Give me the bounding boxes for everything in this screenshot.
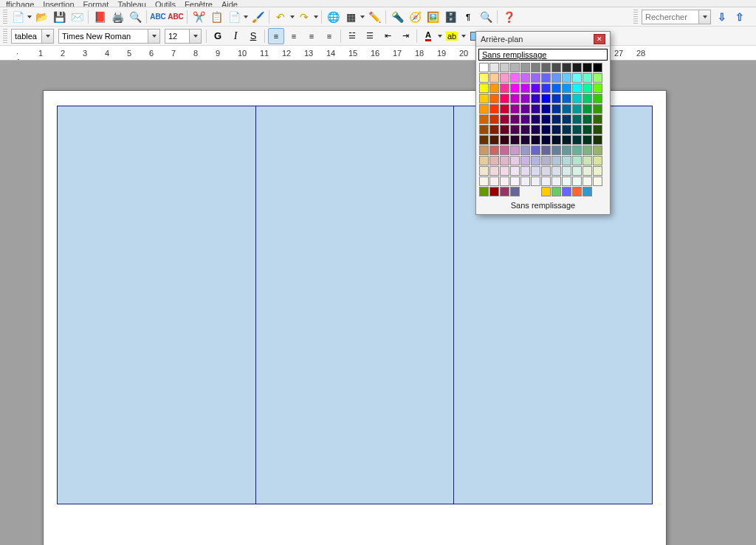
print-button[interactable]: 🖨️ <box>109 9 126 25</box>
color-swatch[interactable] <box>510 94 520 103</box>
color-swatch[interactable] <box>510 187 520 196</box>
find-button[interactable]: 🔦 <box>389 9 405 25</box>
color-swatch[interactable] <box>531 176 540 186</box>
font-color-dropdown[interactable] <box>437 28 443 44</box>
color-swatch[interactable] <box>489 63 499 72</box>
color-swatch[interactable] <box>541 166 551 176</box>
format-paint-button[interactable]: 🖌️ <box>250 9 266 25</box>
cut-button[interactable]: ✂️ <box>190 9 207 25</box>
color-swatch[interactable] <box>572 63 582 72</box>
color-swatch[interactable] <box>593 83 602 93</box>
color-swatch[interactable] <box>520 135 530 145</box>
datasource-button[interactable]: 🗄️ <box>442 9 458 25</box>
color-swatch[interactable] <box>489 145 499 155</box>
color-swatch[interactable] <box>593 135 602 145</box>
color-swatch[interactable] <box>531 83 540 93</box>
color-swatch[interactable] <box>562 73 571 83</box>
color-swatch[interactable] <box>479 94 489 103</box>
color-swatch[interactable] <box>572 83 582 93</box>
color-swatch[interactable] <box>572 114 582 124</box>
style-combo[interactable] <box>11 29 54 44</box>
color-swatch[interactable] <box>583 114 592 124</box>
new-doc-dropdown[interactable] <box>27 9 32 25</box>
color-swatch[interactable] <box>541 104 551 114</box>
table-cell[interactable] <box>255 106 454 504</box>
color-swatch[interactable] <box>572 166 582 176</box>
navigator-button[interactable]: 🧭 <box>407 9 423 25</box>
italic-button[interactable]: I <box>227 28 244 44</box>
color-swatch[interactable] <box>520 176 530 186</box>
redo-button[interactable]: ↷ <box>296 9 312 25</box>
color-swatch[interactable] <box>520 114 530 124</box>
bullet-list-button[interactable]: ☰ <box>362 28 378 44</box>
color-swatch[interactable] <box>520 94 530 103</box>
color-swatch[interactable] <box>562 187 571 196</box>
color-swatch[interactable] <box>510 145 520 155</box>
search-dropdown[interactable] <box>698 10 710 24</box>
color-swatch[interactable] <box>510 73 520 83</box>
no-fill-button[interactable]: Sans remplissage <box>476 198 610 214</box>
email-button[interactable]: ✉️ <box>69 9 85 25</box>
color-swatch[interactable] <box>551 176 561 186</box>
table-cell[interactable] <box>58 106 256 504</box>
find-prev-button[interactable]: ⇧ <box>732 9 748 25</box>
color-swatch[interactable] <box>531 125 540 134</box>
color-swatch[interactable] <box>551 63 561 72</box>
indent-decrease-button[interactable]: ⇤ <box>379 28 396 44</box>
color-swatch[interactable] <box>520 166 530 176</box>
color-swatch[interactable] <box>583 176 592 186</box>
color-swatch[interactable] <box>500 125 509 134</box>
color-swatch[interactable] <box>531 104 540 114</box>
font-input[interactable] <box>62 32 143 41</box>
draw-button[interactable]: ✏️ <box>366 9 382 25</box>
align-center-button[interactable]: ≡ <box>286 28 302 44</box>
color-swatch[interactable] <box>541 63 551 72</box>
color-swatch[interactable] <box>479 63 489 72</box>
color-swatch[interactable] <box>489 166 499 176</box>
color-swatch[interactable] <box>572 94 582 103</box>
size-combo[interactable] <box>165 29 202 44</box>
color-swatch[interactable] <box>562 125 571 134</box>
search-input[interactable] <box>645 13 694 21</box>
color-swatch[interactable] <box>593 176 602 186</box>
color-swatch[interactable] <box>551 145 561 155</box>
menu-item[interactable]: Aide <box>221 0 238 7</box>
color-swatch[interactable] <box>520 83 530 93</box>
color-swatch[interactable] <box>551 166 561 176</box>
color-swatch[interactable] <box>562 104 571 114</box>
color-swatch[interactable] <box>572 145 582 155</box>
paste-button[interactable]: 📄 <box>226 9 242 25</box>
color-swatch[interactable] <box>583 145 592 155</box>
spellcheck-button[interactable]: ABC <box>150 9 166 25</box>
color-swatch[interactable] <box>479 156 489 165</box>
color-swatch[interactable] <box>541 145 551 155</box>
close-icon[interactable]: ✕ <box>594 34 605 44</box>
color-swatch[interactable] <box>541 73 551 83</box>
color-swatch[interactable] <box>500 176 509 186</box>
align-justify-button[interactable]: ≡ <box>321 28 337 44</box>
color-swatch[interactable] <box>531 145 540 155</box>
indent-increase-button[interactable]: ⇥ <box>397 28 413 44</box>
export-pdf-button[interactable]: 📕 <box>92 9 108 25</box>
menu-item[interactable]: Outils <box>155 0 176 7</box>
color-swatch[interactable] <box>572 187 582 196</box>
color-swatch[interactable] <box>593 156 602 165</box>
color-swatch[interactable] <box>562 63 571 72</box>
numbered-list-button[interactable]: ☱ <box>344 28 360 44</box>
color-swatch[interactable] <box>531 135 540 145</box>
color-swatch[interactable] <box>510 114 520 124</box>
color-swatch[interactable] <box>583 104 592 114</box>
color-swatch[interactable] <box>593 114 602 124</box>
color-swatch[interactable] <box>583 94 592 103</box>
undo-dropdown[interactable] <box>289 9 295 25</box>
color-swatch[interactable] <box>541 94 551 103</box>
color-swatch[interactable] <box>489 114 499 124</box>
color-swatch[interactable] <box>500 145 509 155</box>
grip[interactable] <box>3 29 7 44</box>
menu-item[interactable]: Tableau <box>117 0 146 7</box>
color-swatch[interactable] <box>510 125 520 134</box>
color-swatch[interactable] <box>551 114 561 124</box>
color-swatch[interactable] <box>489 135 499 145</box>
color-swatch[interactable] <box>572 73 582 83</box>
help-button[interactable]: ❓ <box>501 9 517 25</box>
